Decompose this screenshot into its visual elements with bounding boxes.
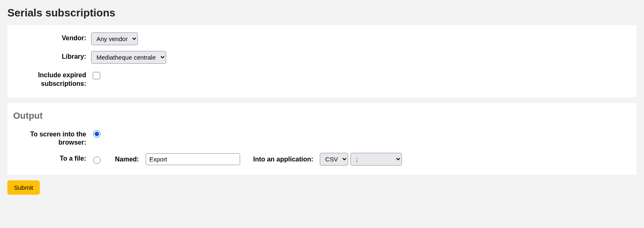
output-panel: Output To screen into the browser: To a … (7, 103, 637, 175)
screen-radio[interactable] (93, 130, 101, 138)
filters-panel: Vendor: Any vendor Library: Mediatheque … (7, 25, 637, 97)
format-select[interactable]: CSV (320, 153, 348, 166)
named-label: Named: (115, 156, 139, 163)
named-input[interactable] (146, 153, 240, 165)
expired-label: Include expired subscriptions: (13, 69, 91, 88)
app-label: Into an application: (253, 156, 314, 163)
vendor-label: Vendor: (13, 32, 91, 43)
file-radio[interactable] (93, 157, 101, 164)
output-heading: Output (13, 111, 631, 121)
separator-select[interactable]: ; (351, 153, 402, 166)
expired-checkbox[interactable] (93, 72, 100, 79)
library-label: Library: (13, 51, 91, 61)
screen-label: To screen into the browser: (13, 129, 91, 147)
page-title: Serials subscriptions (7, 7, 637, 19)
file-label: To a file: (13, 153, 91, 163)
submit-button[interactable]: Submit (7, 180, 40, 195)
vendor-select[interactable]: Any vendor (91, 32, 138, 45)
library-select[interactable]: Mediatheque centrale (91, 51, 166, 64)
